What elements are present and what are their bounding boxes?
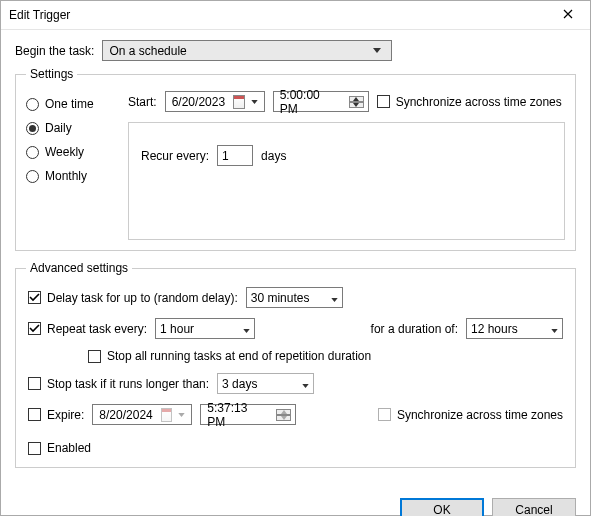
freq-weekly[interactable]: Weekly bbox=[26, 145, 116, 159]
sync-tz-label: Synchronize across time zones bbox=[396, 95, 562, 109]
expire-checkbox[interactable]: Expire: bbox=[28, 408, 84, 422]
start-date-value: 6/20/2023 bbox=[172, 95, 225, 109]
advanced-group: Advanced settings Delay task for up to (… bbox=[15, 261, 576, 468]
duration-label: for a duration of: bbox=[371, 322, 458, 336]
svg-marker-1 bbox=[251, 100, 257, 104]
sync-timezones-checkbox[interactable]: Synchronize across time zones bbox=[377, 95, 562, 109]
svg-marker-6 bbox=[551, 329, 557, 333]
freq-label: Weekly bbox=[45, 145, 84, 159]
begin-task-label: Begin the task: bbox=[15, 44, 94, 58]
calendar-icon bbox=[161, 408, 173, 422]
close-icon bbox=[563, 8, 573, 22]
settings-legend: Settings bbox=[26, 67, 77, 81]
svg-marker-2 bbox=[353, 97, 359, 101]
titlebar: Edit Trigger bbox=[1, 1, 590, 30]
expire-sync-tz-checkbox: Synchronize across time zones bbox=[378, 408, 563, 422]
svg-marker-8 bbox=[179, 413, 185, 417]
repeat-checkbox[interactable]: Repeat task every: bbox=[28, 322, 147, 336]
freq-daily[interactable]: Daily bbox=[26, 121, 116, 135]
cancel-label: Cancel bbox=[515, 503, 552, 517]
enabled-checkbox[interactable]: Enabled bbox=[28, 441, 91, 455]
delay-label: Delay task for up to (random delay): bbox=[47, 291, 238, 305]
delay-select[interactable]: 30 minutes bbox=[246, 287, 343, 308]
start-time-picker[interactable]: 5:00:00 PM bbox=[273, 91, 369, 112]
duration-value: 12 hours bbox=[471, 322, 551, 336]
recurrence-panel: Recur every: 1 days bbox=[128, 122, 565, 240]
ok-button[interactable]: OK bbox=[400, 498, 484, 516]
time-spinner[interactable] bbox=[349, 96, 364, 108]
stop-longer-select: 3 days bbox=[217, 373, 314, 394]
expire-time-value: 5:37:13 PM bbox=[207, 401, 268, 429]
svg-marker-4 bbox=[331, 298, 337, 302]
chevron-down-icon bbox=[176, 413, 187, 417]
svg-marker-7 bbox=[302, 384, 308, 388]
chevron-down-icon bbox=[302, 377, 309, 391]
stop-all-checkbox[interactable]: Stop all running tasks at end of repetit… bbox=[88, 349, 371, 363]
chevron-down-icon bbox=[243, 322, 250, 336]
delay-checkbox[interactable]: Delay task for up to (random delay): bbox=[28, 291, 238, 305]
advanced-legend: Advanced settings bbox=[26, 261, 132, 275]
repeat-label: Repeat task every: bbox=[47, 322, 147, 336]
dialog-title: Edit Trigger bbox=[9, 8, 548, 22]
begin-task-value: On a schedule bbox=[109, 44, 369, 58]
freq-label: One time bbox=[45, 97, 94, 111]
freq-label: Daily bbox=[45, 121, 72, 135]
svg-marker-9 bbox=[281, 410, 287, 414]
enabled-label: Enabled bbox=[47, 441, 91, 455]
dialog-footer: OK Cancel bbox=[1, 488, 590, 516]
cancel-button[interactable]: Cancel bbox=[492, 498, 576, 516]
svg-marker-10 bbox=[281, 416, 287, 420]
duration-select[interactable]: 12 hours bbox=[466, 318, 563, 339]
ok-label: OK bbox=[433, 503, 450, 517]
start-label: Start: bbox=[128, 95, 157, 109]
calendar-icon bbox=[233, 95, 245, 109]
recur-value: 1 bbox=[222, 149, 229, 163]
edit-trigger-dialog: Edit Trigger Begin the task: On a schedu… bbox=[0, 0, 591, 516]
chevron-down-icon bbox=[331, 291, 338, 305]
expire-label: Expire: bbox=[47, 408, 84, 422]
expire-time-picker: 5:37:13 PM bbox=[200, 404, 296, 425]
recur-unit: days bbox=[261, 149, 286, 163]
expire-date-picker: 8/20/2024 bbox=[92, 404, 192, 425]
svg-marker-3 bbox=[353, 103, 359, 107]
svg-marker-0 bbox=[373, 48, 381, 53]
stop-longer-checkbox[interactable]: Stop task if it runs longer than: bbox=[28, 377, 209, 391]
start-time-value: 5:00:00 PM bbox=[280, 88, 341, 116]
expire-sync-tz-label: Synchronize across time zones bbox=[397, 408, 563, 422]
freq-label: Monthly bbox=[45, 169, 87, 183]
recur-input[interactable]: 1 bbox=[217, 145, 253, 166]
chevron-down-icon bbox=[249, 100, 260, 104]
time-spinner bbox=[276, 409, 291, 421]
start-date-picker[interactable]: 6/20/2023 bbox=[165, 91, 265, 112]
stop-longer-value: 3 days bbox=[222, 377, 302, 391]
freq-one-time[interactable]: One time bbox=[26, 97, 116, 111]
expire-date-value: 8/20/2024 bbox=[99, 408, 152, 422]
freq-monthly[interactable]: Monthly bbox=[26, 169, 116, 183]
repeat-value: 1 hour bbox=[160, 322, 243, 336]
settings-group: Settings One time Daily Weekly bbox=[15, 67, 576, 251]
delay-value: 30 minutes bbox=[251, 291, 331, 305]
svg-marker-5 bbox=[243, 329, 249, 333]
stop-longer-label: Stop task if it runs longer than: bbox=[47, 377, 209, 391]
spin-down-icon bbox=[276, 415, 291, 421]
repeat-every-select[interactable]: 1 hour bbox=[155, 318, 255, 339]
chevron-down-icon bbox=[551, 322, 558, 336]
spin-down-icon[interactable] bbox=[349, 102, 364, 108]
chevron-down-icon bbox=[369, 48, 385, 53]
close-button[interactable] bbox=[548, 1, 588, 29]
recur-label: Recur every: bbox=[141, 149, 209, 163]
begin-task-select[interactable]: On a schedule bbox=[102, 40, 392, 61]
stop-all-label: Stop all running tasks at end of repetit… bbox=[107, 349, 371, 363]
